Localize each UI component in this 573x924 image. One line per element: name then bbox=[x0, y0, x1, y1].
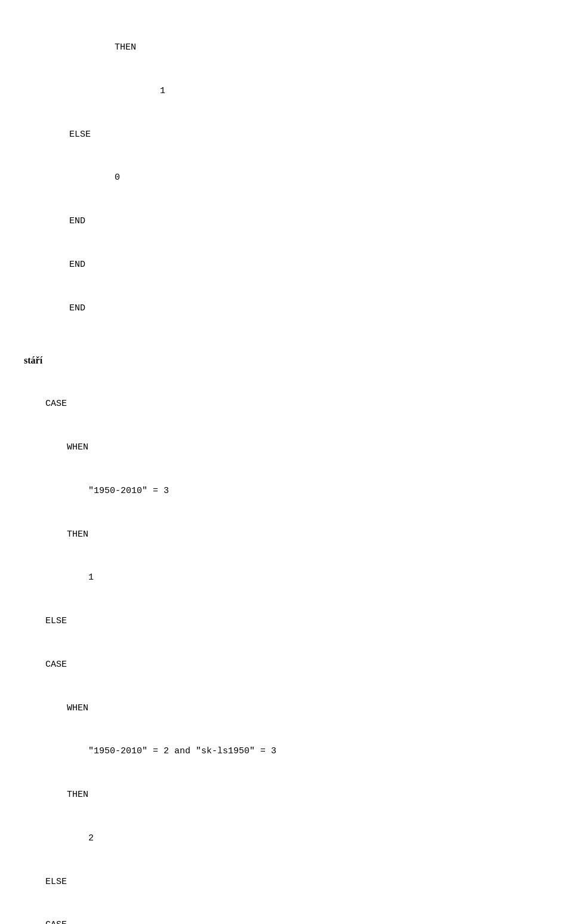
stari-label: stáří bbox=[24, 355, 549, 366]
code-line: 0 bbox=[24, 171, 549, 186]
code-line: 2 bbox=[24, 831, 549, 846]
top-continuation-block: THEN 1 ELSE 0 END END END bbox=[24, 12, 549, 344]
code-line: "1950-2010" = 3 bbox=[24, 484, 549, 499]
code-line: THEN bbox=[24, 41, 549, 56]
code-line: ELSE bbox=[24, 128, 549, 143]
code-line: 1 bbox=[24, 84, 549, 99]
code-line: 1 bbox=[24, 571, 549, 586]
stari-code-block: CASE WHEN "1950-2010" = 3 THEN 1 ELSE CA… bbox=[24, 368, 549, 924]
page-content: THEN 1 ELSE 0 END END END stáří CASE WHE… bbox=[0, 0, 573, 924]
code-line: END bbox=[24, 258, 549, 273]
code-line: END bbox=[24, 301, 549, 316]
code-line: "1950-2010" = 2 and "sk-ls1950" = 3 bbox=[24, 744, 549, 759]
code-line: ELSE bbox=[24, 614, 549, 629]
code-line: WHEN bbox=[24, 701, 549, 716]
stari-section: stáří CASE WHEN "1950-2010" = 3 THEN 1 E… bbox=[24, 355, 549, 924]
code-line: ELSE bbox=[24, 875, 549, 890]
code-line: CASE bbox=[24, 397, 549, 412]
code-line: THEN bbox=[24, 788, 549, 803]
code-line: CASE bbox=[24, 918, 549, 924]
code-line: END bbox=[24, 214, 549, 229]
code-line: WHEN bbox=[24, 441, 549, 455]
code-line: CASE bbox=[24, 658, 549, 673]
code-line: THEN bbox=[24, 528, 549, 543]
